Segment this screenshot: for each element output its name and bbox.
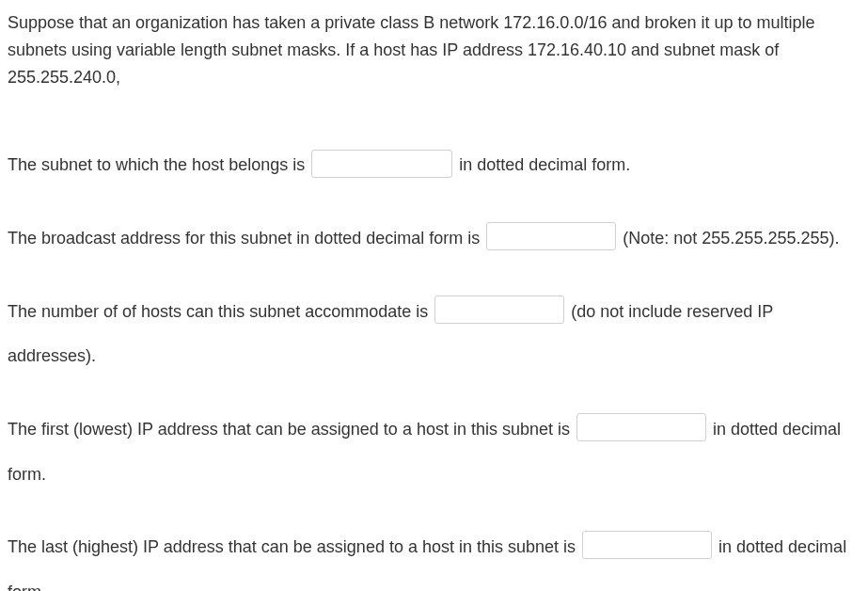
q3-pre-text: The number of of hosts can this subnet a…: [8, 302, 433, 321]
q4-pre-text: The first (lowest) IP address that can b…: [8, 420, 575, 439]
question-3: The number of of hosts can this subnet a…: [8, 289, 860, 378]
q4-answer-input[interactable]: [576, 413, 706, 441]
question-2: The broadcast address for this subnet in…: [8, 216, 860, 261]
q5-answer-input[interactable]: [582, 531, 712, 559]
q1-pre-text: The subnet to which the host belongs is: [8, 155, 309, 174]
question-intro: Suppose that an organization has taken a…: [8, 9, 860, 90]
q5-pre-text: The last (highest) IP address that can b…: [8, 537, 580, 556]
q2-post-text: (Note: not 255.255.255.255).: [623, 229, 839, 248]
q2-answer-input[interactable]: [486, 222, 616, 250]
question-1: The subnet to which the host belongs is …: [8, 142, 860, 187]
question-5: The last (highest) IP address that can b…: [8, 524, 860, 591]
question-4: The first (lowest) IP address that can b…: [8, 407, 860, 496]
q1-post-text: in dotted decimal form.: [459, 155, 630, 174]
q1-answer-input[interactable]: [311, 150, 452, 178]
q3-answer-input[interactable]: [434, 296, 564, 324]
q2-pre-text: The broadcast address for this subnet in…: [8, 229, 484, 248]
